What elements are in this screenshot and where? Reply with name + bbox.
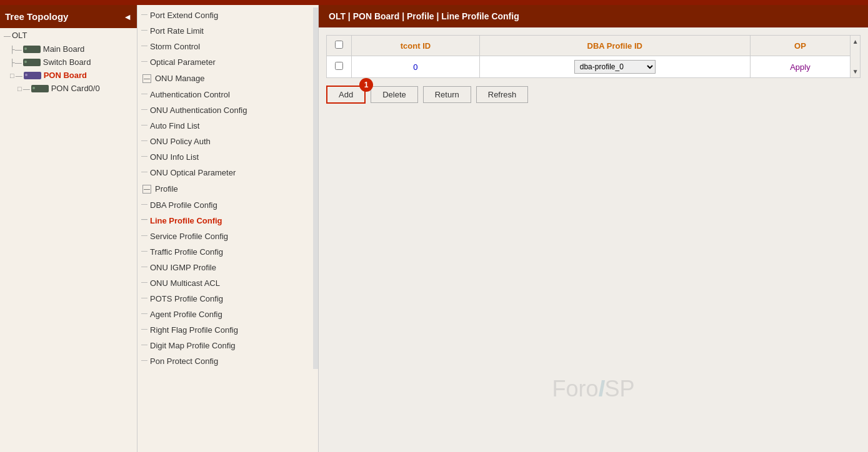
tree-line: ├—	[10, 46, 22, 53]
tree-item-pon-card[interactable]: □ — PON Card0/0	[0, 82, 137, 95]
expand-box-card: □	[17, 85, 22, 92]
tree-line: ├—	[10, 59, 22, 66]
nav-pots-profile[interactable]: POTS Profile Config	[137, 291, 318, 307]
nav-pon-protect[interactable]: Pon Protect Config	[137, 353, 318, 369]
select-all-checkbox[interactable]	[335, 41, 343, 49]
nav-onu-info-list[interactable]: ONU Info List	[137, 149, 318, 165]
tree-line: —	[23, 85, 30, 92]
watermark-foro: Foro	[552, 376, 598, 401]
onu-manage-label: ONU Manage	[155, 74, 204, 83]
row-checkbox-cell	[327, 56, 352, 78]
expand-box: □	[10, 72, 14, 79]
pon-card-label: PON Card0/0	[51, 84, 100, 93]
nav-port-extend[interactable]: Port Extend Config	[137, 7, 318, 23]
tree-item-pon-board[interactable]: □ — PON Board	[0, 69, 137, 82]
table-row: 0 dba-profile_0 dba-profile_1 dba-profil…	[327, 56, 851, 78]
nav-onu-optical[interactable]: ONU Optical Parameter	[137, 165, 318, 180]
nav-port-rate[interactable]: Port Rate Limit	[137, 23, 318, 39]
watermark-i: I	[598, 376, 604, 401]
main-board-icon	[23, 46, 41, 53]
nav-auto-find[interactable]: Auto Find List	[137, 118, 318, 134]
table-scrollbar: ▲ ▼	[851, 35, 861, 78]
sidebar: Tree Topology ◄ — OLT ├— Main Board ├— S…	[0, 5, 137, 452]
nav-agent-profile[interactable]: Agent Profile Config	[137, 307, 318, 322]
refresh-button[interactable]: Refresh	[476, 86, 529, 103]
col-op: OP	[750, 36, 851, 56]
nav-right-flag[interactable]: Right Flag Profile Config	[137, 322, 318, 338]
profile-expand-icon: —	[142, 185, 151, 194]
scroll-down-arrow[interactable]: ▼	[851, 66, 860, 77]
tcont-id-value: 0	[413, 62, 417, 72]
sidebar-header[interactable]: Tree Topology ◄	[0, 5, 137, 28]
nav-optical-param[interactable]: Optical Parameter	[137, 54, 318, 70]
profile-section-label: Profile	[155, 184, 178, 194]
row-checkbox[interactable]	[335, 62, 343, 70]
col-dba-profile: DBA Profile ID	[479, 36, 750, 56]
pon-board-icon	[24, 72, 41, 79]
col-tcont-id: tcont ID	[352, 36, 480, 56]
tree-connector: —	[4, 32, 11, 39]
nav-panel: Port Extend Config Port Rate Limit Storm…	[137, 5, 319, 452]
op-cell: Apply	[750, 56, 851, 78]
tree-item-olt[interactable]: — OLT	[0, 28, 137, 42]
nav-section-onu-manage[interactable]: — ONU Manage	[137, 70, 318, 87]
nav-auth-control[interactable]: Authentication Control	[137, 87, 318, 102]
apply-link[interactable]: Apply	[790, 62, 811, 72]
nav-digit-map[interactable]: Digit Map Profile Config	[137, 338, 318, 353]
sidebar-title: Tree Topology	[5, 11, 68, 22]
nav-traffic-profile[interactable]: Traffic Profile Config	[137, 244, 318, 260]
watermark-text: ForoISP	[552, 376, 634, 402]
main-content: OLT | PON Board | Profile | Line Profile…	[319, 5, 868, 452]
main-board-label: Main Board	[43, 44, 84, 54]
nav-onu-policy-auth[interactable]: ONU Policy Auth	[137, 134, 318, 149]
switch-board-label: Switch Board	[43, 57, 91, 67]
nav-onu-multicast[interactable]: ONU Multicast ACL	[137, 275, 318, 291]
breadcrumb: OLT | PON Board | Profile | Line Profile…	[319, 5, 868, 27]
olt-label: OLT	[12, 31, 27, 40]
table-wrapper: tcont ID DBA Profile ID OP 0	[326, 35, 861, 78]
add-button-wrapper: Add 1	[326, 86, 366, 104]
nav-dba-profile[interactable]: DBA Profile Config	[137, 197, 318, 213]
add-badge: 1	[359, 78, 373, 92]
switch-board-icon	[23, 59, 41, 66]
nav-line-profile[interactable]: Line Profile Config	[137, 213, 318, 228]
pon-board-label: PON Board	[44, 71, 87, 80]
nav-section-profile[interactable]: — Profile	[137, 180, 318, 197]
top-bar	[0, 0, 868, 5]
col-checkbox	[327, 36, 352, 56]
nav-storm-control[interactable]: Storm Control	[137, 39, 318, 54]
pon-card-icon	[31, 85, 49, 92]
button-row: Add 1 Delete Return Refresh	[326, 86, 861, 104]
dba-profile-cell: dba-profile_0 dba-profile_1 dba-profile_…	[479, 56, 750, 78]
delete-button[interactable]: Delete	[371, 86, 418, 103]
sidebar-collapse-icon[interactable]: ◄	[123, 12, 132, 22]
nav-onu-auth-config[interactable]: ONU Authentication Config	[137, 102, 318, 118]
tree-item-main-board[interactable]: ├— Main Board	[0, 42, 137, 56]
line-profile-table: tcont ID DBA Profile ID OP 0	[326, 35, 851, 78]
return-button[interactable]: Return	[423, 86, 471, 103]
breadcrumb-text: OLT | PON Board | Profile | Line Profile…	[329, 11, 519, 21]
content-area: tcont ID DBA Profile ID OP 0	[319, 27, 868, 452]
watermark: ForoISP	[552, 376, 634, 402]
tree-line: —	[16, 72, 22, 79]
onu-manage-expand-icon: —	[142, 74, 151, 83]
tcont-id-cell: 0	[352, 56, 480, 78]
dba-profile-select[interactable]: dba-profile_0 dba-profile_1 dba-profile_…	[574, 60, 656, 74]
nav-onu-igmp[interactable]: ONU IGMP Profile	[137, 260, 318, 275]
nav-service-profile[interactable]: Service Profile Config	[137, 228, 318, 244]
scroll-up-arrow[interactable]: ▲	[851, 36, 860, 47]
watermark-sp: SP	[605, 376, 635, 401]
tree-item-switch-board[interactable]: ├— Switch Board	[0, 56, 137, 69]
